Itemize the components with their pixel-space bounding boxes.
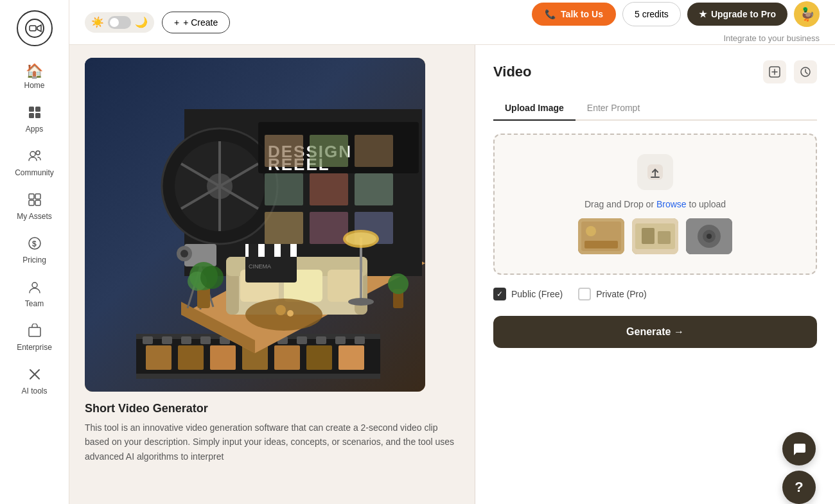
sample-image-2[interactable] — [632, 218, 678, 254]
left-panel: DESSIGN REEEL — [69, 45, 475, 504]
create-button[interactable]: + + Create — [162, 12, 230, 33]
svg-rect-11 — [29, 200, 34, 205]
svg-rect-93 — [281, 244, 290, 257]
home-icon: 🏠 — [26, 64, 43, 78]
public-checkbox-box[interactable]: ✓ — [493, 288, 506, 300]
svg-rect-24 — [162, 336, 172, 344]
svg-rect-55 — [310, 135, 348, 167]
checkbox-row: ✓ Public (Free) Private (Pro) — [493, 288, 817, 300]
enterprise-icon — [28, 324, 42, 340]
sidebar-item-team-label: Team — [25, 299, 44, 308]
logo[interactable] — [17, 10, 53, 46]
sidebar-item-community-label: Community — [15, 168, 54, 177]
svg-rect-56 — [355, 135, 393, 167]
svg-point-70 — [245, 299, 322, 331]
svg-text:CINEMA: CINEMA — [249, 263, 271, 270]
sidebar: 🏠 Home Apps Community — [0, 0, 69, 504]
upload-instructions: Drag and Drop or Browse to upload — [584, 199, 726, 209]
plus-icon: + — [174, 17, 179, 28]
svg-rect-31 — [297, 336, 307, 344]
sidebar-item-enterprise-label: Enterprise — [17, 343, 52, 352]
sidebar-item-team[interactable]: Team — [0, 272, 69, 316]
private-checkbox-box[interactable] — [578, 288, 591, 300]
sample-images — [578, 218, 732, 254]
talk-to-us-button[interactable]: 📞 Talk to Us — [532, 3, 616, 26]
sidebar-item-ai-tools[interactable]: AI tools — [0, 360, 69, 403]
svg-point-82 — [346, 232, 376, 245]
svg-rect-10 — [35, 194, 40, 199]
browse-link[interactable]: Browse — [656, 199, 687, 209]
svg-marker-2 — [37, 25, 41, 31]
theme-toggle[interactable]: ☀️ 🌙 — [85, 12, 154, 33]
svg-point-104 — [586, 226, 596, 236]
pricing-icon: $ — [28, 236, 42, 253]
svg-rect-109 — [658, 231, 671, 244]
history-icon-button[interactable] — [794, 60, 817, 83]
svg-point-8 — [36, 151, 40, 155]
svg-point-113 — [707, 234, 712, 239]
community-icon — [28, 149, 42, 166]
avatar[interactable]: 🦆 — [794, 1, 820, 27]
public-label: Public (Free) — [511, 289, 563, 299]
svg-rect-1 — [30, 26, 36, 31]
svg-rect-36 — [178, 345, 204, 370]
upgrade-button[interactable]: ★ Upgrade to Pro — [687, 3, 787, 26]
svg-rect-108 — [642, 228, 655, 244]
video-title: Short Video Generator — [85, 402, 459, 415]
svg-point-71 — [276, 305, 286, 315]
upload-area[interactable]: Drag and Drop or Browse to upload — [493, 134, 817, 275]
right-panel: Video — [475, 45, 835, 504]
private-label: Private (Pro) — [596, 289, 647, 299]
generate-button[interactable]: Generate → — [493, 316, 817, 348]
svg-rect-61 — [310, 212, 348, 244]
sidebar-item-home[interactable]: 🏠 Home — [0, 56, 69, 98]
svg-rect-35 — [146, 345, 171, 370]
add-icon-button[interactable] — [763, 60, 786, 83]
svg-rect-4 — [35, 107, 40, 112]
sidebar-item-my-assets-label: My Assets — [17, 212, 52, 221]
svg-rect-34 — [355, 336, 365, 344]
svg-rect-9 — [29, 194, 34, 199]
star-icon: ★ — [699, 9, 707, 19]
svg-rect-54 — [265, 135, 303, 167]
svg-point-72 — [287, 310, 294, 317]
sample-image-1[interactable] — [578, 218, 624, 254]
svg-rect-33 — [335, 336, 346, 344]
chat-bubble[interactable] — [782, 432, 816, 465]
svg-rect-32 — [316, 336, 326, 344]
sample-image-3[interactable] — [686, 218, 732, 254]
svg-rect-26 — [200, 336, 211, 344]
svg-rect-39 — [274, 345, 300, 370]
svg-rect-6 — [35, 113, 40, 118]
sidebar-item-community[interactable]: Community — [0, 141, 69, 185]
integrate-text: Integrate to your business — [723, 33, 820, 43]
header-right: 📞 Talk to Us 5 credits ★ Upgrade to Pro … — [532, 1, 820, 43]
private-checkbox[interactable]: Private (Pro) — [578, 288, 647, 300]
tab-upload-image[interactable]: Upload Image — [493, 96, 576, 121]
sidebar-item-my-assets[interactable]: My Assets — [0, 185, 69, 229]
svg-rect-37 — [210, 345, 236, 370]
panel-icons — [763, 60, 817, 83]
svg-point-80 — [348, 298, 374, 306]
sidebar-item-pricing[interactable]: $ Pricing — [0, 229, 69, 272]
svg-rect-23 — [143, 336, 153, 344]
svg-rect-60 — [265, 212, 303, 244]
svg-rect-105 — [584, 241, 618, 248]
header-left: ☀️ 🌙 + + Create — [85, 12, 230, 33]
tab-enter-prompt[interactable]: Enter Prompt — [576, 96, 651, 121]
toggle-switch[interactable] — [108, 16, 131, 29]
sidebar-item-apps[interactable]: Apps — [0, 98, 69, 141]
svg-point-15 — [32, 282, 37, 288]
svg-point-88 — [388, 274, 409, 294]
sidebar-item-enterprise[interactable]: Enterprise — [0, 316, 69, 360]
credits-button[interactable]: 5 credits — [622, 2, 681, 26]
panel-title: Video — [493, 64, 532, 80]
moon-icon: 🌙 — [135, 16, 148, 28]
help-bubble[interactable]: ? — [782, 471, 816, 504]
public-checkbox[interactable]: ✓ Public (Free) — [493, 288, 563, 300]
sidebar-item-home-label: Home — [24, 81, 44, 90]
phone-icon: 📞 — [545, 9, 556, 19]
ai-tools-icon — [28, 367, 42, 384]
svg-rect-16 — [29, 327, 40, 336]
main-content: ☀️ 🌙 + + Create 📞 Talk to Us 5 credits ★ — [69, 0, 835, 504]
